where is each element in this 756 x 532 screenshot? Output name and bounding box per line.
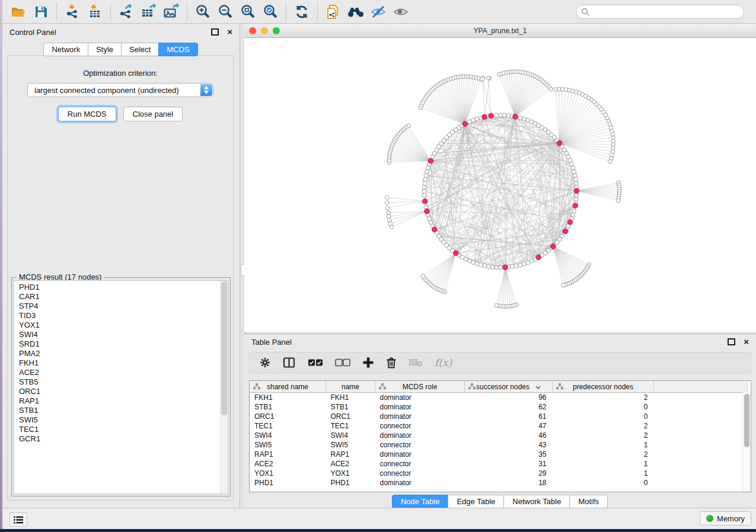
column-header-MCDS-role[interactable]: MCDS role [375,381,465,393]
table-cell[interactable]: RAP1 [326,450,375,459]
column-header-name[interactable]: name [326,381,375,393]
mcds-hub-node[interactable] [425,209,430,214]
table-cell[interactable]: 2 [553,421,654,431]
satellite-node[interactable] [549,87,553,91]
zoom-fit-icon[interactable] [237,2,259,22]
table-cell[interactable]: 2 [553,431,654,440]
ring-node[interactable] [422,193,426,197]
ring-node[interactable] [495,113,499,117]
float-panel-icon[interactable] [211,28,219,36]
table-cell[interactable] [654,469,748,478]
table-cell[interactable]: dominator [375,393,465,403]
ring-node[interactable] [495,265,499,270]
deselect-all-columns-icon[interactable] [335,358,350,367]
table-cell[interactable]: STB1 [250,402,326,412]
table-scrollbar[interactable] [742,392,751,492]
table-cell[interactable]: SWI4 [326,431,375,440]
mcds-hub-node[interactable] [567,220,573,225]
ring-node[interactable] [574,197,578,201]
mcds-hub-node[interactable] [550,244,556,249]
ring-node[interactable] [502,113,506,117]
network-canvas[interactable] [244,38,756,332]
table-cell[interactable]: SWI4 [250,431,326,440]
ring-node[interactable] [499,265,503,270]
ring-node[interactable] [573,174,577,178]
network-window-titlebar[interactable]: YPA_prune.txt_1 [244,24,756,38]
mcds-result-item[interactable]: GCR1 [19,434,228,444]
table-cell[interactable]: 46 [465,431,553,440]
table-row[interactable]: YOX1YOX1connector291 [250,469,748,478]
ring-node[interactable] [575,193,579,197]
satellite-node[interactable] [486,76,490,80]
tab-select[interactable]: Select [121,43,159,56]
optimization-criterion-select[interactable]: largest connected component (undirected) [27,83,213,97]
mcds-hub-node[interactable] [422,198,428,204]
search-input[interactable] [589,7,739,17]
table-row[interactable]: PHD1PHD1dominator180 [250,478,748,488]
tab-style[interactable]: Style [88,43,122,56]
table-row[interactable]: FKH1FKH1dominator962 [250,393,748,403]
ring-node[interactable] [422,185,426,190]
import-table-icon[interactable] [84,2,106,22]
mcds-result-item[interactable]: STB1 [19,406,228,415]
mcds-result-item[interactable]: STB5 [19,377,228,387]
ring-node[interactable] [483,264,487,268]
column-header-predecessor-nodes[interactable]: predecessor nodes [553,381,654,393]
table-cell[interactable]: dominator [375,402,465,412]
table-cell[interactable]: STB1 [326,402,375,412]
table-row[interactable]: ACE2ACE2connector311 [250,459,748,469]
table-cell[interactable]: PHD1 [250,478,326,488]
ring-node[interactable] [522,262,526,266]
export-image-icon[interactable] [160,2,183,22]
table-cell[interactable] [654,478,748,488]
delete-column-icon[interactable] [386,357,397,368]
create-column-icon[interactable] [362,357,374,368]
table-cell[interactable] [654,393,748,403]
satellite-node[interactable] [387,214,391,219]
clone-network-icon[interactable] [322,2,344,22]
table-cell[interactable] [654,431,748,440]
table-cell[interactable]: ACE2 [326,459,375,469]
ring-node[interactable] [475,117,479,121]
satellite-node[interactable] [407,124,411,128]
table-cell[interactable]: 0 [553,478,654,488]
mcds-result-item[interactable]: FKH1 [19,358,228,368]
table-cell[interactable] [654,412,748,421]
table-cell[interactable]: 31 [465,459,553,469]
export-table-icon[interactable] [138,2,160,22]
mcds-hub-node[interactable] [454,251,459,256]
mcds-result-item[interactable]: STP4 [19,302,228,311]
mcds-result-item[interactable]: PHD1 [19,283,228,292]
table-cell[interactable]: 47 [465,421,553,431]
task-history-button[interactable] [9,512,27,527]
ring-node[interactable] [571,166,575,170]
close-panel-icon[interactable]: × [227,28,232,36]
table-row[interactable]: ORC1ORC1dominator610 [250,412,748,421]
ring-node[interactable] [518,116,522,120]
table-cell[interactable]: 62 [465,402,553,412]
close-table-panel-icon[interactable]: × [744,338,749,345]
table-cell[interactable]: 29 [465,469,553,478]
table-cell[interactable]: 2 [553,393,654,403]
open-file-icon[interactable] [7,2,30,22]
mcds-hub-node[interactable] [574,188,579,194]
tab-edge-table[interactable]: Edge Table [448,495,504,508]
table-cell[interactable]: 1 [553,459,654,469]
close-panel-button[interactable]: Close panel [123,107,183,121]
table-cell[interactable]: ORC1 [326,412,375,421]
column-header-shared-name[interactable]: shared name [250,381,326,393]
mcds-result-scrollbar[interactable] [220,281,228,493]
mcds-hub-node[interactable] [489,113,494,118]
ring-node[interactable] [518,263,522,267]
refresh-icon[interactable] [291,2,313,22]
mcds-hub-node[interactable] [462,121,468,127]
table-cell[interactable] [654,459,748,469]
mcds-hub-node[interactable] [573,203,578,209]
table-cell[interactable]: 1 [553,440,654,450]
ring-node[interactable] [422,190,426,194]
ring-node[interactable] [572,169,576,174]
mcds-hub-node[interactable] [536,255,541,260]
ring-node[interactable] [479,263,483,267]
satellite-node[interactable] [608,159,613,164]
network-graph[interactable] [244,38,756,332]
